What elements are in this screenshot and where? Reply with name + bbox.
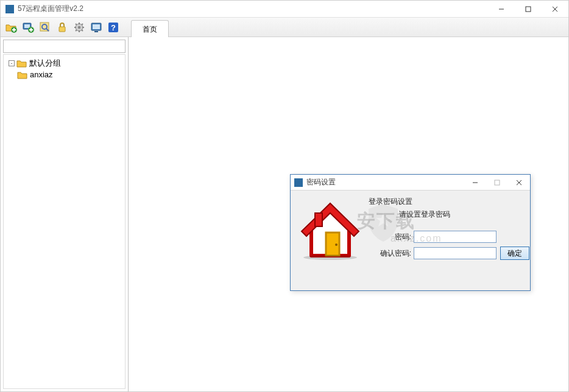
tree-view[interactable]: - 默认分组 anxiaz [3,54,125,389]
confirm-password-input[interactable] [414,247,497,259]
form-heading: 登录密码设置 [369,197,529,207]
window-controls [488,1,568,18]
dialog-close-button[interactable] [508,175,530,191]
svg-point-35 [335,243,338,246]
app-icon [5,5,14,13]
svg-line-19 [82,30,83,31]
svg-rect-6 [24,24,30,28]
password-row: 密码: [369,231,529,243]
confirm-row: 确认密码: 确定 [369,247,529,260]
lock-button[interactable] [54,19,70,35]
minimize-button[interactable] [488,1,515,18]
svg-rect-1 [526,7,531,12]
tree-item-child[interactable]: anxiaz [6,69,122,80]
folder-icon [17,71,27,79]
svg-point-13 [78,26,80,28]
tree-item-label: anxiaz [30,70,53,79]
collapse-icon[interactable]: - [9,60,15,66]
dialog-icon [294,178,303,187]
form-subheading: 请设置登录密码 [399,209,529,220]
sidebar: - 默认分组 anxiaz [1,37,129,391]
dialog-titlebar: 密码设置 [291,175,530,191]
dialog-title: 密码设置 [306,177,464,187]
search-input[interactable] [3,40,125,53]
help-button[interactable]: ? [105,19,121,35]
folder-icon [16,59,27,68]
main-window: 57远程桌面管理v2.2 [0,0,569,392]
settings-button[interactable] [71,19,87,35]
close-button[interactable] [542,1,568,18]
svg-rect-28 [495,180,500,185]
dialog-form: 登录密码设置 请设置登录密码 密码: 确认密码: 确定 [369,195,529,264]
titlebar: 57远程桌面管理v2.2 [1,1,568,18]
content-area: 安下载 anxz.com 密码设置 [129,37,568,391]
confirm-label: 确认密码: [369,248,411,259]
password-dialog: 密码设置 [290,174,531,291]
svg-line-20 [76,30,77,31]
password-label: 密码: [369,232,411,242]
dialog-body: 登录密码设置 请设置登录密码 密码: 确认密码: 确定 [291,191,530,270]
svg-text:?: ? [111,23,116,32]
house-icon [298,197,362,262]
dialog-maximize-button [486,175,508,191]
body: - 默认分组 anxiaz 安下载 anxz.com 密码设置 [1,37,568,391]
svg-rect-24 [94,31,98,32]
dialog-minimize-button[interactable] [464,175,486,191]
search-button[interactable] [37,19,53,35]
tab-home[interactable]: 首页 [131,20,169,37]
svg-rect-33 [315,213,322,226]
dialog-controls [464,175,530,191]
svg-line-18 [76,24,77,25]
confirm-button[interactable]: 确定 [500,247,529,260]
svg-line-21 [82,24,83,25]
svg-point-36 [303,255,357,260]
toolbar-row: ? 首页 [1,18,568,37]
tree-item-root[interactable]: - 默认分组 [6,57,122,69]
house-image [298,195,362,264]
maximize-button[interactable] [515,1,542,18]
window-title: 57远程桌面管理v2.2 [18,4,488,14]
svg-rect-23 [93,24,100,29]
tab-bar: 首页 [131,18,169,37]
tree-item-label: 默认分组 [29,58,61,69]
monitor-button[interactable] [88,19,104,35]
add-monitor-button[interactable] [20,19,36,35]
add-folder-button[interactable] [3,19,19,35]
toolbar: ? [1,18,124,37]
password-input[interactable] [414,231,497,243]
svg-rect-11 [59,27,65,32]
